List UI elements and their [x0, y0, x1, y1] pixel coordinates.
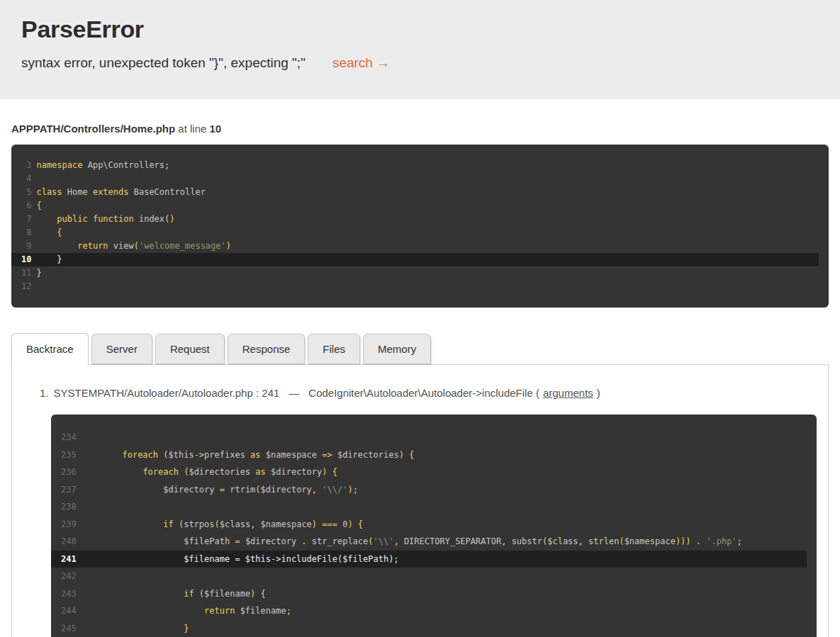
line-number: 245 [61, 620, 77, 637]
tab-response[interactable]: Response [228, 334, 306, 364]
tab-memory[interactable]: Memory [363, 334, 431, 364]
code-line: 239 if (strpos($class, $namespace) === 0… [51, 516, 807, 534]
line-number: 12 [21, 280, 31, 293]
backtrace-index: 1. [40, 387, 49, 399]
line-number: 8 [21, 226, 31, 239]
code-line-highlighted: 241 $filename = $this->includeFile($file… [51, 551, 807, 568]
line-number: 9 [21, 239, 31, 253]
error-message-row: syntax error, unexpected token "}", expe… [21, 55, 819, 71]
code-line: 5class Home extends BaseController [11, 186, 819, 199]
code-line: 12 [11, 280, 819, 293]
line-number: 239 [61, 516, 77, 534]
code-line: 238 [51, 498, 807, 516]
code-line: 11} [11, 266, 819, 280]
error-message: syntax error, unexpected token "}", expe… [21, 55, 306, 71]
code-line: 235 foreach ($this->prefixes as $namespa… [51, 446, 807, 464]
line-number: 241 [61, 551, 77, 568]
code-line: 236 foreach ($directories as $directory)… [51, 463, 807, 481]
line-number: 5 [21, 186, 31, 199]
code-line: 6{ [11, 199, 819, 213]
line-number: 3 [21, 159, 31, 172]
error-page: ParseError syntax error, unexpected toke… [0, 0, 840, 637]
backtrace-list: 1.SYSTEMPATH/Autoloader/Autoloader.php :… [23, 387, 817, 637]
code-line: 245 } [51, 620, 807, 637]
backtrace-call-close: ) [597, 387, 600, 399]
line-number: 237 [61, 481, 77, 499]
tabs-row: BacktraceServerRequestResponseFilesMemor… [11, 333, 829, 364]
code-line: 7 public function index() [11, 213, 819, 226]
code-line: 240 $filePath = $directory . str_replace… [51, 533, 807, 551]
search-link[interactable]: search → [332, 55, 390, 71]
line-number: 238 [61, 498, 77, 516]
backtrace-panel: 1.SYSTEMPATH/Autoloader/Autoloader.php :… [11, 364, 829, 637]
line-number: 244 [61, 602, 77, 620]
line-number: 234 [61, 429, 77, 446]
tab-request[interactable]: Request [155, 334, 225, 364]
dash-separator: — [289, 387, 299, 399]
code-line-highlighted: 10 } [11, 253, 819, 266]
file-location: APPPATH/Controllers/Home.php at line 10 [11, 123, 829, 135]
line-number: 11 [21, 266, 31, 280]
line-number: 235 [61, 446, 77, 464]
line-number: 243 [61, 585, 77, 603]
tab-files[interactable]: Files [308, 334, 360, 364]
code-line: 9 return view('welcome_message') [11, 239, 819, 253]
file-path: APPPATH/Controllers/Home.php [11, 123, 175, 135]
line-number: 236 [61, 463, 77, 481]
at-line-label: at line [175, 123, 209, 135]
line-number: 4 [21, 172, 31, 186]
backtrace-item: 1.SYSTEMPATH/Autoloader/Autoloader.php :… [40, 387, 817, 637]
error-line-number: 10 [210, 123, 222, 135]
line-number: 242 [61, 568, 77, 585]
backtrace-call: CodeIgniter\Autoloader\Autoloader->inclu… [308, 387, 539, 399]
code-line: 8 { [11, 226, 819, 239]
page-header: ParseError syntax error, unexpected toke… [0, 0, 840, 99]
backtrace-item-header: 1.SYSTEMPATH/Autoloader/Autoloader.php :… [40, 387, 817, 399]
line-number: 7 [21, 213, 31, 226]
main-source: 3namespace App\Controllers;45class Home … [11, 145, 829, 308]
code-line: 243 if ($filename) { [51, 585, 807, 603]
page-title: ParseError [21, 15, 819, 43]
line-number: 240 [61, 533, 77, 551]
code-line: 234 [51, 429, 807, 446]
tab-backtrace[interactable]: Backtrace [11, 333, 89, 365]
code-line: 244 return $filename; [51, 602, 807, 620]
code-line: 4 [11, 172, 819, 186]
code-line: 242 [51, 568, 807, 585]
code-line: 3namespace App\Controllers; [11, 159, 819, 172]
line-number: 10 [21, 253, 31, 266]
line-number: 6 [21, 199, 31, 213]
tab-server[interactable]: Server [91, 334, 152, 364]
code-line: 237 $directory = rtrim($directory, '\\/'… [51, 481, 807, 499]
trace-source: 234235 foreach ($this->prefixes as $name… [51, 415, 817, 637]
arguments-link[interactable]: arguments [543, 387, 593, 399]
backtrace-location: SYSTEMPATH/Autoloader/Autoloader.php : 2… [54, 387, 280, 399]
